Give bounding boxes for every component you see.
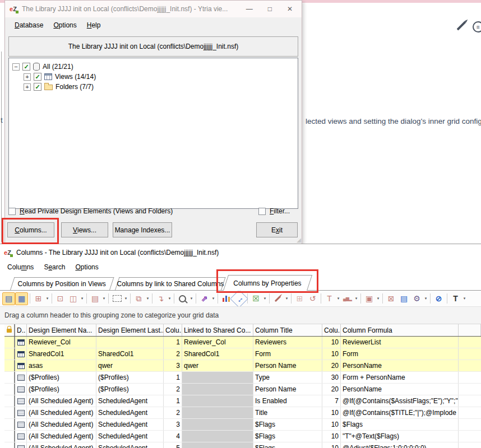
grid-restore-icon[interactable]: ↺	[306, 292, 319, 305]
resize-icon[interactable]: ↔	[230, 291, 248, 307]
grid-dashed-icon[interactable]: ⊞	[293, 292, 306, 305]
column-header-linked-to-shared-co[interactable]: Linked to Shared Co...	[182, 324, 253, 336]
tree-item-folders[interactable]: +✓Folders (7/7)	[9, 82, 298, 92]
grid-row-view-icon[interactable]: ▤	[2, 292, 15, 305]
close-icon[interactable]: ✕	[287, 5, 293, 13]
exit-button[interactable]: Exit	[256, 222, 298, 237]
menu-item-columns[interactable]: Columns	[2, 262, 39, 272]
dropdown-arrow-icon[interactable]: ▾	[80, 296, 85, 301]
column-borders-icon[interactable]: ◫	[67, 292, 80, 305]
dropdown-arrow-icon[interactable]: ▾	[145, 296, 150, 301]
table-row[interactable]: asasqwer3qwerPerson Name20PersonName	[4, 360, 481, 372]
menu-item-options[interactable]: Options	[70, 262, 103, 272]
no-refresh-icon[interactable]: ⊘	[432, 292, 445, 305]
dropdown-arrow-icon[interactable]: ▾	[354, 296, 359, 301]
table-row[interactable]: (All Scheduled Agent)ScheduledAgent4$Fla…	[4, 431, 481, 442]
edit-pencil-icon[interactable]	[457, 21, 466, 31]
tree-expander-icon[interactable]: +	[24, 73, 31, 81]
export-icon[interactable]: ⇗	[198, 292, 211, 305]
dropdown-arrow-icon[interactable]: ▾	[462, 296, 467, 301]
text-format-icon[interactable]: T	[449, 292, 462, 305]
tree-checkbox[interactable]: ✓	[34, 83, 41, 91]
columns-button[interactable]: Columns...	[7, 222, 54, 237]
cell-design-type	[15, 395, 27, 407]
cell-column-title: $Flags	[253, 442, 322, 448]
dropdown-arrow-icon[interactable]: ▾	[211, 296, 216, 301]
edit-pen-icon[interactable]	[271, 292, 284, 305]
script-panel-icon[interactable]: ▤	[397, 292, 410, 305]
tab-columns-by-link-to-shared-columns[interactable]: Columns by link to Shared Columns	[115, 277, 225, 290]
toolbar-separator	[382, 293, 383, 304]
column-header-lock[interactable]	[4, 324, 15, 336]
table-row[interactable]: (All Scheduled Agent)ScheduledAgent1Is E…	[4, 395, 481, 407]
column-header-column-formula[interactable]: Column Formula	[341, 324, 459, 336]
tree-checkbox[interactable]: ✓	[22, 63, 30, 71]
date-text-icon[interactable]: T	[323, 292, 336, 305]
cell-column-title: Person Name	[253, 384, 322, 395]
grid-cell-view-icon[interactable]: ▦	[15, 292, 28, 305]
filter-checkbox[interactable]	[258, 208, 266, 215]
dropdown-arrow-icon[interactable]: ▾	[336, 296, 341, 301]
read-private-checkbox[interactable]	[8, 208, 16, 215]
column-header-colu[interactable]: Colu...	[322, 324, 341, 336]
dropdown-arrow-icon[interactable]: ▾	[101, 296, 107, 301]
table-row[interactable]: (All Scheduled Agent)ScheduledAgent5$Fla…	[4, 442, 481, 448]
frame-icon[interactable]: ▣	[363, 292, 376, 305]
table-row[interactable]: ($Profiles)($Profiles)1Type30Form + Pers…	[4, 372, 481, 384]
table-row[interactable]: Rewiever_Col1Rewiever_ColReviewers10Revi…	[4, 337, 481, 348]
tree-expander-icon[interactable]: −	[12, 63, 20, 71]
cell-column-formula: Form + PersonName	[341, 372, 459, 383]
dropdown-arrow-icon[interactable]: ▾	[376, 296, 381, 301]
column-header-design-element-na[interactable]: Design Element Na...	[27, 324, 96, 336]
grouping-zone[interactable]: Drag a column header to this grouping zo…	[0, 307, 481, 324]
cell-lock	[4, 419, 15, 430]
manage-indexes-button[interactable]: Manage Indexes...	[113, 222, 172, 237]
tree-item-all[interactable]: −✓All (21/21)	[9, 62, 298, 72]
column-header-design-element-last[interactable]: Design Element Last...	[96, 324, 164, 336]
menu-item-database[interactable]: Database	[10, 20, 48, 30]
cell-design-element-last: ScheduledAgent	[96, 419, 164, 430]
grid-delete-icon[interactable]: ⊠	[385, 292, 397, 305]
dropdown-arrow-icon[interactable]: ▾	[262, 296, 267, 301]
menu-item-help[interactable]: Help	[82, 20, 106, 30]
column-header-column-title[interactable]: Column Title	[253, 324, 322, 336]
freeze-columns-icon[interactable]: ⊞	[32, 292, 45, 305]
dropdown-arrow-icon[interactable]: ▾	[45, 296, 50, 301]
cell-linked-to-shared	[182, 431, 253, 442]
tab-columns-by-position-in-views[interactable]: Columns by Position in Views	[10, 277, 114, 290]
selection-box-icon[interactable]	[110, 292, 123, 305]
column-header-colu[interactable]: Colu...	[164, 324, 182, 336]
menu-item-options[interactable]: Options	[48, 20, 81, 30]
histogram-icon[interactable]: ▄▆▂	[341, 292, 354, 305]
cell-design-type	[15, 348, 27, 360]
table-row[interactable]: SharedCol1SharedCol12SharedCol1Form10For…	[4, 348, 481, 360]
minimize-icon[interactable]: —	[246, 5, 253, 13]
resize-grip[interactable]: ◢	[297, 237, 301, 243]
tools-wrench-icon[interactable]: ⚙	[410, 292, 423, 305]
table-row[interactable]: ($Profiles)($Profiles)2Person Name20Pers…	[4, 384, 481, 395]
menu-circle-icon[interactable]: ≡	[473, 21, 481, 32]
tree-expander-icon[interactable]: +	[24, 83, 31, 91]
tree-item-views[interactable]: +✓Views (14/14)	[9, 72, 298, 82]
column-header-d[interactable]: D..	[15, 324, 27, 336]
search-icon[interactable]	[176, 292, 189, 305]
maximize-icon[interactable]: □	[268, 5, 272, 13]
dropdown-arrow-icon[interactable]: ▾	[167, 296, 172, 301]
dropdown-arrow-icon[interactable]: ▾	[123, 296, 128, 301]
dropdown-arrow-icon[interactable]: ▾	[284, 296, 289, 301]
table-row[interactable]: (All Scheduled Agent)ScheduledAgent2Titl…	[4, 407, 481, 419]
table-row[interactable]: (All Scheduled Agent)ScheduledAgent3$Fla…	[4, 419, 481, 431]
dropdown-arrow-icon[interactable]: ▾	[423, 296, 428, 301]
dropdown-arrow-icon[interactable]: ▾	[189, 296, 194, 301]
columns-menubar: ColumnsSearchOptions	[0, 261, 481, 273]
tab-columns-by-properties[interactable]: Columns by Properties	[223, 275, 312, 291]
columns-window-title: Columns - The Library JJJJ init on Local…	[16, 249, 219, 256]
views-button[interactable]: Views...	[61, 222, 108, 237]
copy-icon[interactable]: ⧉	[132, 292, 145, 305]
tree-checkbox[interactable]: ✓	[34, 73, 41, 81]
menu-item-search[interactable]: Search	[39, 262, 70, 272]
validate-checkbox-icon[interactable]: ☒	[249, 292, 262, 305]
schedule-grid-icon[interactable]: ⊡	[54, 292, 67, 305]
paste-icon[interactable]: ↴	[154, 292, 167, 305]
notebook-icon[interactable]: ▤	[89, 292, 101, 305]
